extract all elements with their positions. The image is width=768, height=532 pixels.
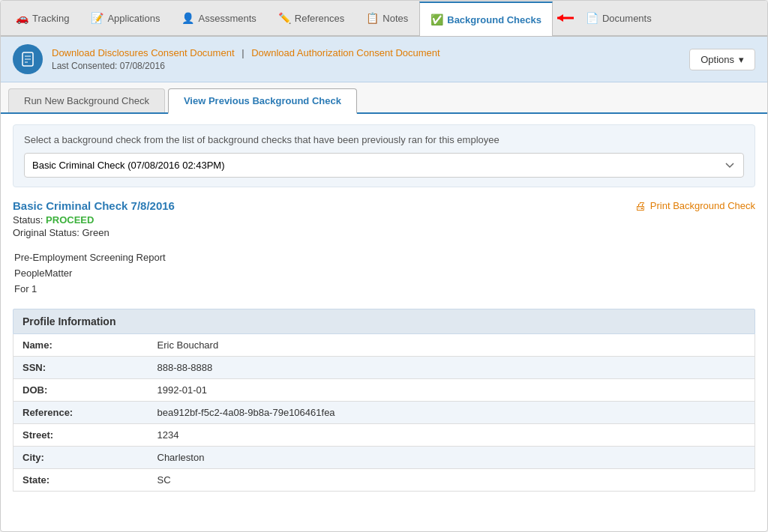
background-checks-icon: ✅	[430, 13, 443, 25]
result-title: Basic Criminal Check 7/8/2016	[13, 199, 175, 212]
view-previous-tab-label: View Previous Background Check	[184, 95, 341, 106]
assessments-icon: 👤	[182, 12, 194, 24]
print-label: Print Background Check	[650, 200, 755, 211]
table-row: SSN: 888-88-8888	[14, 357, 755, 379]
tab-references-label: References	[295, 13, 344, 24]
content-area: Select a background check from the list …	[1, 114, 767, 502]
tab-documents[interactable]: 📄 Documents	[575, 1, 663, 35]
original-status: Original Status: Green	[13, 227, 175, 238]
profile-field-label: State:	[14, 469, 148, 492]
profile-field-value: 1234	[148, 424, 755, 447]
tab-applications-label: Applications	[107, 13, 160, 24]
result-info: Basic Criminal Check 7/8/2016 Status: PR…	[13, 199, 175, 238]
consent-text: Download Disclosures Consent Document | …	[52, 47, 440, 71]
profile-field-label: Reference:	[14, 402, 148, 424]
original-status-value: Green	[82, 227, 110, 238]
documents-icon: 📄	[586, 12, 598, 24]
select-description: Select a background check from the list …	[24, 134, 744, 145]
table-row: Street: 1234	[14, 424, 755, 447]
print-background-check-button[interactable]: 🖨 Print Background Check	[634, 199, 755, 212]
tab-background-checks[interactable]: ✅ Background Checks	[419, 1, 553, 36]
options-chevron-icon: ▾	[739, 54, 744, 65]
consent-document-icon	[13, 44, 43, 74]
view-previous-tab[interactable]: View Previous Background Check	[168, 88, 357, 114]
svg-marker-1	[557, 14, 563, 22]
options-label: Options	[700, 54, 734, 65]
tracking-icon: 🚗	[16, 12, 28, 24]
run-new-tab[interactable]: Run New Background Check	[8, 88, 165, 112]
report-line2: PeopleMatter	[14, 266, 754, 282]
last-consented-date: 07/08/2016	[120, 61, 165, 71]
consent-date: Last Consented: 07/08/2016	[52, 61, 440, 71]
tab-tracking-label: Tracking	[32, 13, 69, 24]
profile-field-label: City:	[14, 447, 148, 469]
print-icon: 🖨	[634, 199, 646, 212]
applications-icon: 📝	[91, 12, 104, 24]
table-row: State: SC	[14, 469, 755, 492]
consent-separator: |	[242, 47, 244, 58]
profile-field-label: SSN:	[14, 357, 148, 379]
background-check-select[interactable]: Basic Criminal Check (07/08/2016 02:43PM…	[24, 153, 744, 178]
last-consented-label: Last Consented:	[52, 61, 117, 71]
tab-assessments[interactable]: 👤 Assessments	[171, 1, 267, 35]
result-section: Basic Criminal Check 7/8/2016 Status: PR…	[13, 199, 755, 238]
result-status: Status: PROCEED	[13, 214, 175, 226]
profile-section: Profile Information Name: Eric Bouchard …	[13, 309, 755, 492]
references-icon: ✏️	[278, 12, 291, 24]
select-section: Select a background check from the list …	[13, 124, 755, 187]
tab-tracking[interactable]: 🚗 Tracking	[5, 1, 80, 35]
status-label: Status:	[13, 214, 43, 226]
profile-field-value: 888-88-8888	[148, 357, 755, 379]
profile-field-value: 1992-01-01	[148, 379, 755, 402]
tab-references[interactable]: ✏️ References	[268, 1, 356, 35]
profile-table: Name: Eric Bouchard SSN: 888-88-8888 DOB…	[13, 334, 755, 492]
table-row: City: Charleston	[14, 447, 755, 469]
profile-header: Profile Information	[13, 309, 755, 334]
consent-banner: Download Disclosures Consent Document | …	[1, 37, 767, 82]
table-row: Reference: bea912bf-f5c2-4a08-9b8a-79e10…	[14, 402, 755, 424]
table-row: Name: Eric Bouchard	[14, 334, 755, 357]
nav-tabs: 🚗 Tracking 📝 Applications 👤 Assessments …	[1, 1, 767, 37]
consent-links: Download Disclosures Consent Document | …	[52, 47, 440, 58]
profile-field-value: Charleston	[148, 447, 755, 469]
profile-field-value: bea912bf-f5c2-4a08-9b8a-79e106461fea	[148, 402, 755, 424]
run-new-tab-label: Run New Background Check	[24, 95, 149, 106]
tab-notes[interactable]: 📋 Notes	[356, 1, 419, 35]
tab-background-checks-label: Background Checks	[447, 14, 542, 25]
background-check-tabs: Run New Background Check View Previous B…	[1, 82, 767, 114]
original-status-label: Original Status:	[13, 227, 80, 238]
profile-field-label: Street:	[14, 424, 148, 447]
download-authorization-link[interactable]: Download Authorization Consent Document	[251, 47, 440, 58]
download-disclosures-link[interactable]: Download Disclosures Consent Document	[52, 47, 235, 58]
nav-arrow-indicator	[554, 10, 575, 25]
report-line1: Pre-Employment Screening Report	[14, 250, 754, 266]
tab-applications[interactable]: 📝 Applications	[80, 1, 171, 35]
tab-notes-label: Notes	[382, 13, 408, 24]
profile-field-label: Name:	[14, 334, 148, 357]
report-line3: For 1	[14, 282, 754, 297]
options-button[interactable]: Options ▾	[689, 49, 755, 70]
profile-field-label: DOB:	[14, 379, 148, 402]
tab-assessments-label: Assessments	[198, 13, 256, 24]
tab-documents-label: Documents	[602, 13, 652, 24]
status-value: PROCEED	[46, 214, 94, 226]
profile-field-value: SC	[148, 469, 755, 492]
report-info: Pre-Employment Screening Report PeopleMa…	[13, 250, 755, 297]
table-row: DOB: 1992-01-01	[14, 379, 755, 402]
profile-field-value: Eric Bouchard	[148, 334, 755, 357]
notes-icon: 📋	[366, 12, 379, 24]
consent-left: Download Disclosures Consent Document | …	[13, 44, 440, 74]
